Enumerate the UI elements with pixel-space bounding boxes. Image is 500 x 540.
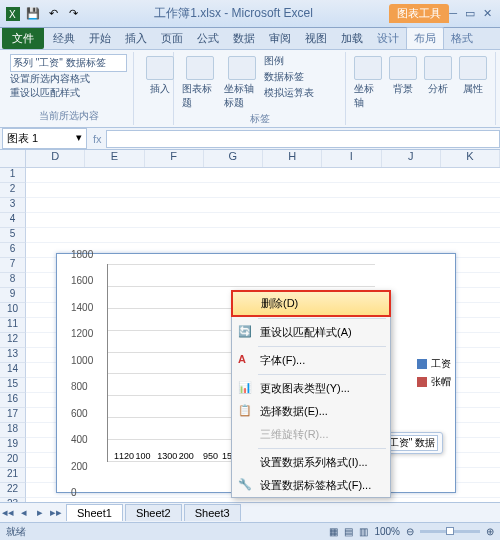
redo-icon[interactable]: ↷ [64,5,82,23]
row-header[interactable]: 6 [0,243,26,258]
row-header[interactable]: 18 [0,423,26,438]
name-box[interactable]: 图表 1▾ [2,128,87,149]
col-header[interactable]: I [322,150,381,167]
next-sheet-btn[interactable]: ▸ [32,506,48,519]
legend-btn[interactable]: 图例 [264,54,314,68]
row-header[interactable]: 17 [0,408,26,423]
row-header[interactable]: 12 [0,333,26,348]
col-header[interactable]: J [382,150,441,167]
row-header[interactable]: 19 [0,438,26,453]
row-header[interactable]: 10 [0,303,26,318]
col-header[interactable]: G [204,150,263,167]
menu-select-data[interactable]: 📋选择数据(E)... [232,400,390,423]
menu-reset-style[interactable]: 🔄重设以匹配样式(A) [232,321,390,344]
reset-style-btn[interactable]: 重设以匹配样式 [10,86,127,100]
tab-page[interactable]: 页面 [154,28,190,49]
axis-title-btn[interactable]: 坐标轴标题 [222,54,262,112]
embedded-chart[interactable]: 112010013002009501505501808002001340210 … [56,253,456,493]
view-normal-icon[interactable]: ▦ [329,526,338,537]
menu-font[interactable]: A字体(F)... [232,349,390,372]
tab-view[interactable]: 视图 [298,28,334,49]
menu-change-chart-type[interactable]: 📊更改图表类型(Y)... [232,377,390,400]
menu-delete[interactable]: 删除(D) [231,290,391,317]
menu-series-format[interactable]: 设置数据系列格式(I)... [232,451,390,474]
data-label[interactable]: 100 [135,451,152,461]
zoom-in-btn[interactable]: ⊕ [486,526,494,537]
row-header[interactable]: 1 [0,168,26,183]
tab-format[interactable]: 格式 [444,28,480,49]
tab-insert[interactable]: 插入 [118,28,154,49]
col-header[interactable]: F [145,150,204,167]
data-label[interactable]: 200 [178,451,195,461]
sheet-tab[interactable]: Sheet3 [184,504,241,521]
bg-btn[interactable]: 背景 [387,54,420,112]
first-sheet-btn[interactable]: ◂◂ [0,506,16,519]
tab-addins[interactable]: 加载 [334,28,370,49]
close-icon[interactable]: ✕ [483,7,492,20]
data-label[interactable]: 1120 [113,451,135,461]
tab-design[interactable]: 设计 [370,28,406,49]
tab-formula[interactable]: 公式 [190,28,226,49]
zoom-level[interactable]: 100% [374,526,400,537]
row-header[interactable]: 4 [0,213,26,228]
menu-label-format[interactable]: 🔧设置数据标签格式(F)... [232,474,390,497]
save-icon[interactable]: 💾 [24,5,42,23]
y-tick-label: 400 [71,434,88,445]
restore-icon[interactable]: ▭ [465,7,475,20]
excel-icon[interactable]: X [4,5,22,23]
row-header[interactable]: 14 [0,363,26,378]
formula-input[interactable] [106,130,500,148]
tab-layout[interactable]: 布局 [406,27,444,49]
select-all-corner[interactable] [0,150,26,167]
window-title: 工作簿1.xlsx - Microsoft Excel [82,5,385,22]
sheet-tab[interactable]: Sheet1 [66,504,123,521]
format-selection-btn[interactable]: 设置所选内容格式 [10,72,127,86]
row-header[interactable]: 13 [0,348,26,363]
cells-area[interactable]: 112010013002009501505501808002001340210 … [26,168,500,513]
data-label[interactable]: 1300 [156,451,178,461]
view-page-icon[interactable]: ▤ [344,526,353,537]
tab-review[interactable]: 审阅 [262,28,298,49]
row-header[interactable]: 9 [0,288,26,303]
y-tick-label: 600 [71,407,88,418]
col-header[interactable]: H [263,150,322,167]
y-tick-label: 0 [71,487,77,498]
sheet-tab[interactable]: Sheet2 [125,504,182,521]
sim-table-btn[interactable]: 模拟运算表 [264,86,314,100]
row-header[interactable]: 5 [0,228,26,243]
last-sheet-btn[interactable]: ▸▸ [48,506,64,519]
row-header[interactable]: 11 [0,318,26,333]
row-header[interactable]: 15 [0,378,26,393]
fx-icon[interactable]: fx [89,133,106,145]
props-btn[interactable]: 属性 [456,54,489,112]
undo-icon[interactable]: ↶ [44,5,62,23]
row-header[interactable]: 3 [0,198,26,213]
row-header[interactable]: 21 [0,468,26,483]
col-header[interactable]: K [441,150,500,167]
row-header[interactable]: 20 [0,453,26,468]
chevron-down-icon[interactable]: ▾ [76,131,82,146]
row-header[interactable]: 7 [0,258,26,273]
row-header[interactable]: 8 [0,273,26,288]
tab-data[interactable]: 数据 [226,28,262,49]
tab-home[interactable]: 开始 [82,28,118,49]
tab-classic[interactable]: 经典 [46,28,82,49]
zoom-out-btn[interactable]: ⊖ [406,526,414,537]
axis-btn[interactable]: 坐标轴 [352,54,385,112]
col-header[interactable]: D [26,150,85,167]
data-label[interactable]: 950 [202,451,219,461]
col-header[interactable]: E [85,150,144,167]
chart-title-btn[interactable]: 图表标题 [180,54,220,112]
prev-sheet-btn[interactable]: ◂ [16,506,32,519]
view-break-icon[interactable]: ▥ [359,526,368,537]
chart-legend[interactable]: 工资 张帽 [417,353,451,393]
file-tab[interactable]: 文件 [2,28,44,49]
data-labels-btn[interactable]: 数据标签 [264,70,314,84]
row-header[interactable]: 16 [0,393,26,408]
row-header[interactable]: 22 [0,483,26,498]
row-header[interactable]: 2 [0,183,26,198]
zoom-slider[interactable] [420,530,480,533]
selection-dropdown[interactable]: 系列 "工资" 数据标签 [10,54,127,72]
analysis-btn[interactable]: 分析 [422,54,455,112]
minimize-icon[interactable]: ─ [449,7,457,20]
